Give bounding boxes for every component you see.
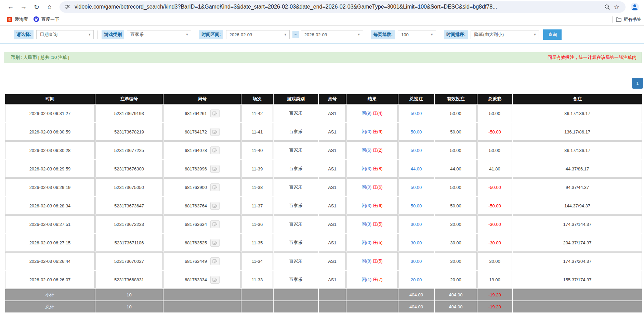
summary-empty [513,301,642,312]
cell-session: 11-34 [241,252,273,270]
round-number-text: 681764261 [185,111,207,116]
video-replay-button[interactable] [210,146,220,154]
cell-table-number: AS1 [319,160,346,178]
currency-total-text: 币别 : 人民币 | 总共 :10 注单 | [11,54,69,61]
total-bet-link[interactable]: 50.00 [411,185,422,190]
reload-icon[interactable]: ↻ [31,1,42,13]
cell-round-number: 681764172 [163,123,241,141]
cell-table-number: AS1 [319,252,346,270]
cell-remark: 86.17/136.17 [513,141,642,159]
video-icon [212,278,218,282]
round-number-text: 681763764 [185,203,207,208]
cell-total-bet: 50.00 [398,123,434,141]
video-replay-button[interactable] [210,276,220,284]
cell-result: 闲(3) 庄(8) [346,160,398,178]
cell-remark: 174.37/144.37 [513,215,642,233]
summary-payout: -19.20 [477,289,512,300]
cell-session: 11-38 [241,178,273,196]
page-size-select[interactable]: 100 ▼ [398,30,436,39]
column-header: 有效投注 [435,94,477,104]
cell-session: 11-33 [241,271,273,289]
cell-bet-number: 523173678219 [95,123,163,141]
summary-empty [346,289,398,300]
cell-table-number: AS1 [319,234,346,252]
total-bet-link[interactable]: 50.00 [411,203,422,208]
round-number-text: 681763525 [185,240,207,245]
game-kind-select[interactable]: 百家乐 ▼ [127,30,191,39]
profile-avatar[interactable] [629,1,641,13]
date-end-select[interactable]: 2026-02-03 ▼ [301,30,363,39]
query-mode-select[interactable]: 日期查询 ▼ [36,30,94,39]
back-icon[interactable]: ← [5,1,16,13]
cell-payout: -30.00 [477,215,512,233]
table-row: 2026-02-03 06:26:44 523173670027 6817634… [5,252,642,270]
cell-valid-bet: 30.00 [435,234,477,252]
total-bet-link[interactable]: 20.00 [411,277,422,282]
game-kind-value: 百家乐 [130,31,144,38]
sort-select[interactable]: 降冪(由大到小) ▼ [471,30,539,39]
baidu-paw-icon [34,16,39,23]
video-replay-button[interactable] [210,165,220,173]
video-replay-button[interactable] [210,220,220,228]
video-replay-button[interactable] [210,202,220,210]
site-info-icon[interactable] [63,2,72,11]
result-banker: 庄(5) [373,240,383,245]
page-button-1[interactable]: 1 [632,78,643,89]
bookmark-star-icon[interactable]: ☆ [612,2,621,12]
bookmark-taobao[interactable]: 淘 爱淘宝 [4,15,31,24]
cell-total-bet: 30.00 [398,234,434,252]
video-replay-button[interactable] [210,239,220,247]
cell-time: 2026-02-03 06:28:34 [5,197,95,215]
total-bet-link[interactable]: 50.00 [411,148,422,153]
table-row: 2026-02-03 06:27:51 523173672233 6817636… [5,215,642,233]
cell-session: 11-39 [241,160,273,178]
cell-remark: 44.37/86.17 [513,160,642,178]
cell-bet-number: 523173679193 [95,104,163,122]
column-header: 局号 [163,94,241,104]
total-bet-link[interactable]: 30.00 [411,222,422,227]
forward-icon[interactable]: → [18,1,29,13]
address-bar[interactable]: videoie.com/game/betrecord_search/kind3?… [60,1,626,13]
zoom-icon[interactable] [602,2,612,12]
date-start-select[interactable]: 2026-02-03 ▼ [226,30,290,39]
column-header: 注单编号 [95,94,163,104]
result-banker: 庄(5) [373,221,383,227]
total-bet-link[interactable]: 50.00 [411,129,422,135]
video-replay-button[interactable] [210,110,220,117]
cell-bet-number: 523173673647 [95,197,163,215]
home-icon[interactable]: ⌂ [44,1,55,13]
column-header: 时间 [5,94,95,104]
total-bet-link[interactable]: 30.00 [411,240,422,245]
cell-remark: 86.17/136.17 [513,104,642,122]
date-range-tilde: ~ [292,31,299,38]
bookmark-baidu[interactable]: 百度一下 [31,15,62,24]
video-replay-button[interactable] [210,257,220,265]
round-number-text: 681763634 [185,222,207,227]
video-replay-button[interactable] [210,128,220,136]
chevron-down-icon: ▼ [88,33,91,36]
cell-total-bet: 50.00 [398,141,434,159]
result-player: 闲(0) [362,184,371,190]
summary-empty [274,301,318,312]
cell-round-number: 681763900 [163,178,241,196]
total-bet-link[interactable]: 44.00 [411,166,422,171]
cell-round-number: 681763634 [163,215,241,233]
url-text: videoie.com/game/betrecord_search/kind3?… [75,4,602,10]
date-range-label: 时间区间: [199,30,223,39]
search-button[interactable]: 查询 [543,29,562,40]
cell-game-kind: 百家乐 [274,271,318,289]
result-player: 闲(6) [362,148,371,153]
round-number-text: 681764172 [185,129,207,135]
result-player: 闲(0) [362,129,371,134]
all-bookmarks-button[interactable]: 所有书签 [616,16,641,23]
result-player: 闲(3) [362,166,371,171]
column-header: 总投注 [398,94,434,104]
bookmarks-bar: 淘 爱淘宝 百度一下 所有书签 [0,14,644,26]
video-replay-button[interactable] [210,183,220,191]
bookmark-label: 百度一下 [41,16,59,23]
total-bet-link[interactable]: 30.00 [411,259,422,264]
result-banker: 庄(8) [373,166,383,171]
total-bet-link[interactable]: 50.00 [411,111,422,116]
cell-payout: -50.00 [477,123,512,141]
summary-empty [346,301,398,312]
